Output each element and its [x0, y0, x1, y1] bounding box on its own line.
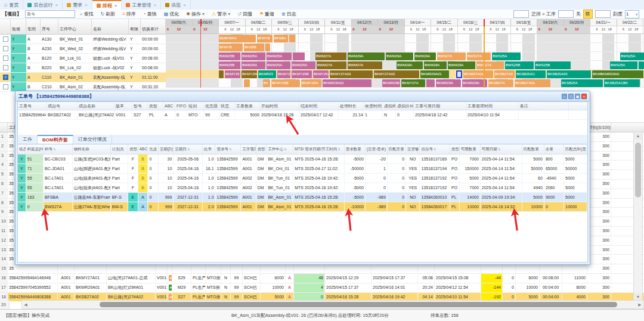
gantt-bar[interactable]: BKMY27A — [401, 79, 425, 87]
gantt-bar[interactable]: BKSB25A03 — [547, 70, 591, 78]
vertical-scroll-thumb[interactable] — [635, 143, 641, 197]
bom-row[interactable]: Y71BC-JDA01山地(脚蹬)#A01-配件PartFB0102025-04… — [18, 164, 587, 174]
scroll-left-icon[interactable]: ◀ — [22, 303, 29, 307]
close-icon[interactable]: × — [183, 2, 186, 8]
重做-button[interactable]: ⚑重做 — [258, 11, 275, 17]
scale-input[interactable] — [595, 10, 611, 18]
minimize-icon[interactable]: − — [562, 94, 567, 99]
gantt-bar[interactable]: BWM25A — [267, 53, 292, 60]
row-checkbox[interactable] — [3, 65, 8, 70]
row-checkbox[interactable] — [3, 46, 8, 51]
gantt-bar[interactable] — [265, 44, 270, 51]
gantt-bar[interactable]: BWM27A — [315, 53, 346, 60]
gantt-bar[interactable]: BWM27A — [317, 61, 346, 69]
gantt-bar[interactable]: BKSB27A0 — [494, 70, 515, 78]
gantt-bar[interactable]: BKSB27A01 — [515, 79, 550, 87]
gantt-bar[interactable]: BKMY25A0 — [313, 70, 329, 78]
操作-button[interactable]: ✱操作▾ — [185, 11, 206, 17]
查找-button[interactable]: ⌕查找 — [79, 11, 94, 17]
gantt-bar[interactable]: BWM25B — [219, 61, 240, 69]
selected-gantt-bar[interactable] — [456, 70, 462, 78]
resource-row[interactable]: YBA230BK_Wed_02焊接Wedding-线VY00:09:00 — [0, 44, 166, 54]
日志-button[interactable]: ≣日志 — [280, 11, 298, 17]
row-checkbox[interactable] — [3, 84, 8, 89]
gantt-bar[interactable]: BK — [263, 79, 270, 87]
gantt-bar[interactable]: BWM29A — [414, 53, 436, 60]
gantt-bar[interactable]: BWS27A — [476, 61, 504, 69]
gantt-bar[interactable]: BKMR25B — [382, 79, 400, 87]
gantt-bar[interactable]: BKSB25AC — [516, 70, 546, 78]
bom-row[interactable]: Y163BFSBA公路蓝#A-车架FramBF-SEA09992027-12-3… — [18, 193, 587, 202]
tab-首页[interactable]: ⌂首页 — [0, 0, 23, 10]
gantt-bar[interactable] — [426, 79, 435, 87]
gantt-bar[interactable]: BKSB27A — [488, 79, 513, 87]
off-toggle[interactable]: 关 — [576, 11, 581, 17]
scale-select[interactable]: 1 ∨ — [625, 10, 639, 18]
tab-供应[interactable]: 供应× — [161, 0, 191, 10]
gantt-bar[interactable]: BKMR25A02 — [323, 79, 371, 87]
gantt-bar[interactable]: BKMR25 — [258, 70, 276, 78]
gantt-bar[interactable]: BKSB25ACBK — [604, 79, 640, 87]
gantt-bar[interactable]: BKMY25A — [301, 79, 321, 87]
table-row[interactable]: 1535300 — [0, 264, 644, 274]
close-icon[interactable]: × — [153, 2, 156, 8]
gantt-bar[interactable]: BWM25A — [242, 61, 265, 69]
gantt-bar[interactable]: BWM29A — [424, 61, 447, 69]
close-icon[interactable]: × — [85, 2, 88, 8]
gantt-bar[interactable]: BWS27A — [467, 53, 491, 60]
scroll-up-icon[interactable]: ▲ — [634, 132, 642, 140]
order-search-input[interactable] — [25, 10, 75, 18]
gantt-bar[interactable]: BFSBB — [244, 44, 264, 51]
off-input[interactable] — [558, 10, 574, 18]
bom-row[interactable]: Y55BC-LTA01山地(链条)#A01-配件PartFB0102025-04… — [18, 174, 587, 183]
tab-需求[interactable]: 需求× — [63, 0, 92, 10]
row-checkbox[interactable]: ✓ — [3, 75, 8, 80]
gantt-bar[interactable]: BWM29A — [448, 61, 475, 69]
警示-button[interactable]: ⚠警示▾ — [210, 11, 231, 17]
gantt-bar[interactable]: BFMYB — [219, 44, 243, 51]
gantt-bar[interactable]: BWM29A — [348, 53, 385, 60]
bom-row[interactable]: Y51BC-CBC03公路(车把)#C03-配件PartFB0302025-05… — [18, 155, 587, 164]
sort-icon[interactable]: ⇅ — [283, 147, 287, 151]
close-icon[interactable]: × — [55, 2, 58, 8]
sort-icon[interactable]: ⇅ — [337, 147, 340, 151]
gantt-bar[interactable]: BWM25A — [242, 53, 265, 60]
table-row[interactable]: 16358425995464146946A001BKMY27A01山地(黑)27… — [0, 274, 644, 283]
gantt-bar[interactable]: BEBFMRA — [219, 35, 256, 42]
gantt-bar[interactable]: BWS25A — [620, 53, 644, 60]
scroll-right-icon[interactable]: ▶ — [636, 303, 643, 307]
tab-订单交付情况[interactable]: 订单交付情况 — [73, 135, 112, 144]
最快-button[interactable]: ◔最快 — [142, 11, 158, 17]
gantt-bar[interactable]: BFMYB — [257, 35, 273, 42]
gantt-bar[interactable]: BFSBA — [274, 35, 288, 42]
link-toggle[interactable]: 联 — [583, 10, 593, 18]
回撤-button[interactable]: ↺回撤 — [236, 11, 253, 17]
gantt-bar[interactable]: BWM25A — [292, 61, 315, 69]
sort-icon[interactable]: ⇅ — [52, 147, 56, 151]
tab-排程[interactable]: 排程× — [92, 0, 122, 10]
gantt-bar[interactable] — [244, 79, 250, 87]
horizontal-scrollbar[interactable]: ◀ ▶ — [21, 300, 644, 309]
gantt-bar[interactable] — [293, 53, 305, 60]
gantt-bar[interactable]: BKMY25 — [277, 70, 290, 78]
gantt-bar[interactable]: BWM27A — [348, 61, 382, 69]
tab-工单管理[interactable]: 工单管理× — [122, 0, 161, 10]
gantt-bar[interactable]: BKMBKMR29A0 — [592, 70, 643, 78]
gantt-bar[interactable]: BKMY27A02 — [374, 70, 419, 78]
vertical-scrollbar[interactable]: ▲ ▼ — [633, 131, 643, 301]
detail-value-row[interactable]: 1358425996449808388BKSB27A02BK公路(黑)27#A0… — [18, 110, 587, 120]
bom-row[interactable]: Y55BC-LTA01山地(链条)#A01-配件PartFB0102025-04… — [18, 183, 587, 193]
gantt-bar[interactable] — [219, 70, 224, 78]
gantt-bar[interactable]: BWS25A — [610, 61, 637, 69]
popup-title-bar[interactable]: 工单号 【1358425996449808388】 −□▣× — [16, 91, 590, 101]
close-icon[interactable]: × — [581, 94, 587, 99]
gantt-bar[interactable]: BKMR29A01 — [420, 70, 449, 78]
pin-icon[interactable]: ▣ — [575, 94, 580, 99]
gantt-bar[interactable] — [289, 35, 295, 42]
刷新-button[interactable]: ↻刷新 — [99, 11, 116, 17]
优化-button[interactable]: ▦优化 — [163, 11, 181, 17]
gantt-bar[interactable]: BWS25A — [492, 53, 521, 60]
gantt-bar[interactable]: BKMR29A — [436, 79, 461, 87]
gantt-bar[interactable]: BWS27A — [437, 53, 466, 60]
gantt-bar[interactable] — [639, 61, 644, 69]
